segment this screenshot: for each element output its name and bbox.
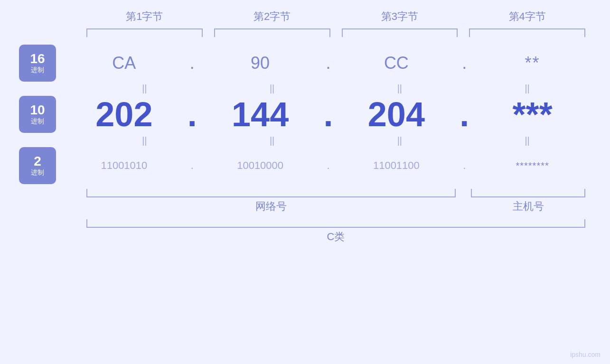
host-label: 主机号 <box>513 199 544 214</box>
host-bracket-line <box>471 189 585 197</box>
dec-val3: 204 <box>338 95 455 134</box>
col-header-4: 第4字节 <box>463 9 591 27</box>
col-header-1: 第1字节 <box>81 9 208 27</box>
network-host-bracket-section: 网络号 主机号 <box>19 189 591 214</box>
col-header-3: 第3字节 <box>336 9 464 27</box>
eq1-3: || <box>336 83 464 94</box>
hex-label-badge: 16 进制 <box>19 45 56 82</box>
bin-dot1: . <box>183 159 202 172</box>
class-bracket-section: C类 <box>19 219 591 244</box>
hex-label-num: 16 <box>30 52 45 66</box>
top-bracket-3 <box>342 28 458 37</box>
bin-val3: 11001100 <box>338 159 455 172</box>
dec-val2: 144 <box>202 95 319 134</box>
dec-row: 10 进制 202 . 144 . 204 . *** <box>19 95 591 134</box>
bin-dot2: . <box>319 159 338 172</box>
bin-val4: ******** <box>474 160 591 171</box>
hex-val4: ** <box>474 53 591 73</box>
hex-val1: CA <box>66 53 183 73</box>
hex-dot3: . <box>455 53 474 73</box>
top-bracket-4 <box>469 28 585 37</box>
bin-val1: 11001010 <box>66 159 183 172</box>
dec-val4: *** <box>474 95 591 134</box>
equals-row-1: || || || || <box>19 83 591 94</box>
dec-label-unit: 进制 <box>31 117 44 126</box>
network-bracket-line <box>86 189 456 197</box>
dec-val1: 202 <box>66 95 183 134</box>
top-bracket-2 <box>214 28 330 37</box>
eq2-2: || <box>208 135 336 146</box>
dec-dot2: . <box>319 97 338 131</box>
bin-row: 2 进制 11001010 . 10010000 . 11001100 . **… <box>19 147 591 184</box>
col-header-2: 第2字节 <box>208 9 336 27</box>
eq1-4: || <box>463 83 591 94</box>
host-bracket-group: 主机号 <box>465 189 591 214</box>
bin-val2: 10010000 <box>202 159 319 172</box>
hex-dot1: . <box>183 53 202 73</box>
eq1-1: || <box>81 83 208 94</box>
network-label: 网络号 <box>255 199 287 214</box>
eq2-3: || <box>336 135 464 146</box>
dec-dot1: . <box>183 97 202 131</box>
watermark: ipshu.com <box>570 351 601 358</box>
network-bracket-group: 网络号 <box>81 189 461 214</box>
eq2-1: || <box>81 135 208 146</box>
dec-label-badge: 10 进制 <box>19 96 56 133</box>
hex-label-unit: 进制 <box>31 66 44 75</box>
top-bracket-1 <box>86 28 203 37</box>
class-bracket-line <box>86 219 585 228</box>
class-label: C类 <box>327 230 345 244</box>
dec-dot3: . <box>455 97 474 131</box>
bin-label-unit: 进制 <box>31 168 44 177</box>
bin-dot3: . <box>455 159 474 172</box>
hex-dot2: . <box>319 53 338 73</box>
bin-label-badge: 2 进制 <box>19 147 56 184</box>
eq1-2: || <box>208 83 336 94</box>
dec-label-num: 10 <box>30 103 45 118</box>
hex-row: 16 进制 CA . 90 . CC . ** <box>19 45 591 82</box>
hex-val2: 90 <box>202 53 319 73</box>
eq2-4: || <box>463 135 591 146</box>
equals-row-2: || || || || <box>19 135 591 146</box>
hex-val3: CC <box>338 53 455 73</box>
bin-label-num: 2 <box>34 154 41 169</box>
